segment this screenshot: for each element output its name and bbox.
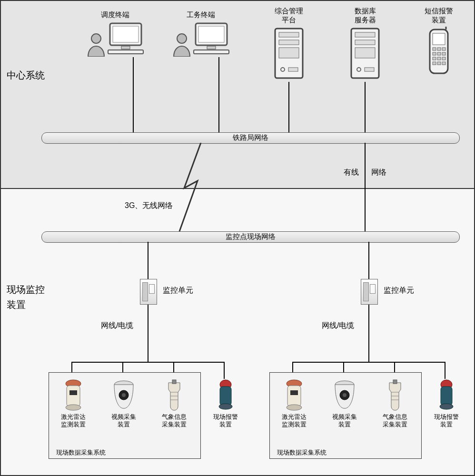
monitor-unit-2 [361,279,378,305]
dispatch-label: 调度终端 [72,10,158,20]
svg-rect-2 [113,26,139,42]
field-data-box-1-label: 现场数据采集系统 [56,448,106,457]
svg-point-54 [343,393,346,397]
sms-label: 短信报警 装置 [410,7,467,25]
svg-rect-9 [194,50,229,54]
svg-point-51 [287,405,302,410]
link-line [133,57,134,132]
link-line [288,82,289,132]
sensor-icon [385,379,406,411]
svg-rect-21 [365,68,374,71]
svg-rect-46 [220,387,231,406]
wired-label-right: 网络 [371,168,386,178]
svg-rect-35 [442,62,445,65]
svg-rect-15 [288,68,298,71]
weather-label: 气象信息 采集装置 [155,413,193,428]
database-server: 数据库 服务器 [334,7,396,80]
site-network-bus: 监控点现场网络 [41,231,460,243]
user-icon [86,32,106,57]
svg-rect-8 [207,46,216,49]
svg-point-0 [91,34,101,43]
monitor-unit-1 [140,279,157,305]
svg-point-47 [219,404,232,409]
svg-point-58 [440,404,453,409]
svg-rect-7 [198,26,224,42]
svg-rect-29 [442,52,445,55]
camera-icon [111,379,137,411]
link-line [445,362,445,379]
svg-rect-12 [279,40,299,45]
svg-point-40 [66,405,81,410]
rail-network-bus: 铁路局网络 [41,132,460,144]
svg-rect-55 [393,380,397,384]
link-line [218,57,219,132]
svg-rect-25 [437,48,441,50]
link-line [368,242,369,280]
lidar-label: 激光雷达 监测装置 [54,413,92,428]
svg-rect-17 [355,32,375,37]
camera-icon [332,379,357,411]
video-device-1: 视频采集 装置 [105,379,143,428]
server-icon [348,27,382,80]
svg-rect-11 [279,32,299,37]
svg-rect-44 [172,380,176,384]
svg-rect-31 [437,57,441,60]
svg-rect-26 [442,48,445,50]
svg-rect-50 [290,390,298,395]
link-line [71,362,225,363]
link-line [292,362,445,363]
svg-rect-4 [108,50,143,54]
video-label: 视频采集 装置 [326,413,364,428]
alarm-label: 现场报警 装置 [207,413,245,428]
work-terminal: 工务终端 [158,10,244,57]
link-line [148,242,148,280]
alarm-label: 现场报警 装置 [427,413,465,428]
weather-device-2: 气象信息 采集装置 [376,379,414,428]
video-device-2: 视频采集 装置 [326,379,364,428]
svg-point-43 [122,393,126,397]
beacon-icon [216,379,235,411]
svg-rect-32 [442,57,445,60]
wireless-label: 3G、无线网络 [125,201,173,211]
lidar-icon [63,379,84,411]
lidar-device-1: 激光雷达 监测装置 [54,379,92,428]
svg-rect-19 [355,48,375,58]
lidar-device-2: 激光雷达 监测装置 [275,379,313,428]
monitor-icon [107,21,144,57]
svg-rect-13 [279,48,299,58]
alarm-device-1: 现场报警 装置 [207,379,245,428]
management-platform: 综合管理 平台 [258,7,320,80]
field-device-label: 现场监控 装置 [7,282,45,312]
svg-rect-39 [69,390,77,395]
svg-point-5 [177,34,187,43]
platform-label: 综合管理 平台 [258,7,320,25]
center-system-label: 中心系统 [7,68,45,83]
link-line [365,82,366,132]
lidar-icon [284,379,305,411]
db-label: 数据库 服务器 [334,7,396,25]
svg-rect-3 [121,46,130,49]
user-icon [172,32,192,57]
sensor-icon [164,379,185,411]
svg-rect-24 [433,48,436,50]
monitor-icon [193,21,230,57]
svg-rect-30 [433,57,436,60]
svg-rect-18 [355,40,375,45]
lidar-label: 激光雷达 监测装置 [275,413,313,428]
monitor-unit-1-label: 监控单元 [163,286,193,296]
svg-rect-49 [287,386,301,407]
cable-label-2: 网线/电缆 [322,321,354,331]
svg-rect-34 [437,62,441,65]
diagram-canvas: 中心系统 现场监控 装置 调度终端 工务终端 综合管理 平台 数据库 服务器 短… [0,0,475,476]
svg-rect-38 [67,386,80,407]
phone-icon [426,27,452,76]
alarm-device-2: 现场报警 装置 [427,379,465,428]
svg-rect-57 [441,387,452,406]
work-label: 工务终端 [158,10,244,20]
wired-label-left: 有线 [344,168,359,178]
dispatch-terminal: 调度终端 [72,10,158,57]
monitor-unit-2-label: 监控单元 [384,286,414,296]
video-label: 视频采集 装置 [105,413,143,428]
field-data-box-2-label: 现场数据采集系统 [277,448,327,457]
server-icon [272,27,306,80]
